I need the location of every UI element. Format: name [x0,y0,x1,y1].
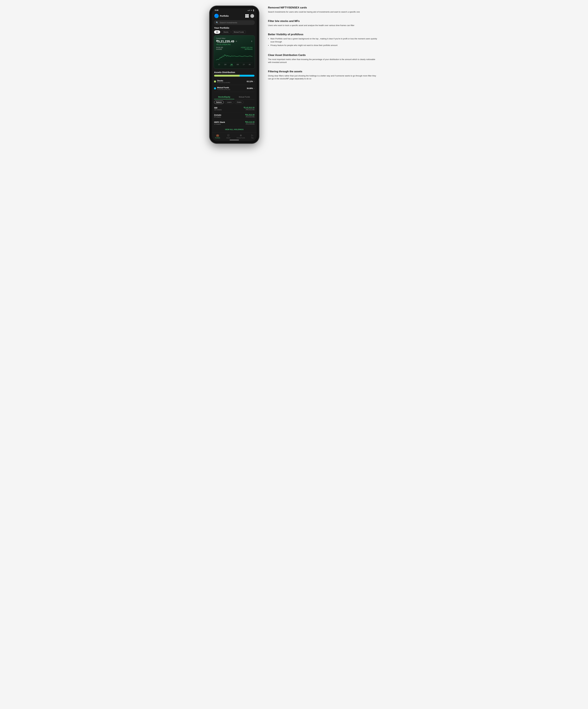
time-btn-1w[interactable]: 1W [223,63,227,66]
share-icon[interactable]: ⬆ [251,40,252,43]
portfolio-gain: +₹1,21,175(24.2%) [216,44,252,46]
stocks-pct: 63.12% [247,80,253,83]
app-header: Portfolio [212,12,257,19]
card-sub-row: ₹4,09,100 Invested +₹2287.11(3.1%) 1M Re… [216,47,252,50]
returns-label: 1M Returns [241,48,252,50]
time-btn-1d[interactable]: 1D [217,63,221,66]
mf-nav-label: Mutual Funds [237,137,245,139]
returns-value: +₹2287.11(3.1%) [241,47,252,48]
annotation-3-body: Main Portfolio card has a green backgrou… [268,37,378,48]
filter-tab-all[interactable]: All [214,30,220,34]
app-title: Portfolio [220,15,229,17]
holding-zomato-right: ₹31,512.33 (₹11,612.00) [245,114,255,117]
invested-section: ₹4,09,100 Invested [216,47,223,50]
zomato-name: Zomato [214,114,221,116]
zomato-shares: 20 shares [214,116,221,118]
card-value-row: ₹5,21,235.49 👁 ⬆ [216,40,252,43]
sbi-shares: 120 shares [214,109,221,111]
mf-sub: ₹2,30,254 (2,90,124) [217,89,230,90]
time-btn-1m[interactable]: 1M [230,63,233,66]
asset-item-mf: Mutual Funds ₹2,30,254 (2,90,124) 36.88%… [214,85,255,92]
filter-tab-mf[interactable]: Mutual Funds [232,30,246,34]
qr-icon[interactable] [245,14,249,18]
annotation-2: Filter b/w stocks and MFs Users who want… [268,20,378,27]
holding-zomato-left: Zomato 20 shares [214,114,221,118]
stocks-arrow-icon: › [254,80,255,83]
app-logo [214,14,219,18]
annotation-5: Filtering through the assets Giving clea… [268,70,378,80]
invested-label: Invested [216,48,223,50]
zomato-value: ₹31,512.33 [245,114,255,116]
stocks-sub: ₹2,91,124 (1,40,991) [217,82,230,83]
battery-icon: ▐ [253,9,254,11]
bar-mf [240,75,255,77]
holding-sbi: SBI 120 shares ₹1,41,512.33 (₹61,612.00) [212,105,257,112]
mf-info: Mutual Funds ₹2,30,254 (2,90,124) [217,86,230,90]
phone-screen: 3:44 ▲▼ ▾ ▐ Portfolio [212,8,257,141]
sbi-change: (₹61,612.00) [244,109,255,110]
asset-left-stocks: Stocks ₹2,91,124 (1,40,991) [214,80,230,83]
zomato-change: (₹11,612.00) [245,116,255,117]
invested-value: ₹4,09,100 [216,47,223,48]
pay-nav-icon: ▷ [251,134,253,137]
annotation-4-title: Clear Asset Distribution Cards [268,54,378,57]
nav-pay[interactable]: ▷ Pay [251,134,253,139]
search-placeholder: Search Investments [220,22,237,24]
portfolio-chart [216,52,252,61]
holding-hdfc-right: ₹23,112.33 (₹11,543.00) [245,121,255,125]
mf-arrow-icon: › [254,87,255,89]
avatar[interactable] [250,14,254,18]
phone-time: 3:44 [215,9,218,11]
time-btn-all[interactable]: All [248,63,251,66]
tab-mutual-funds[interactable]: Mutual Funds [234,95,255,99]
nav-underline [230,140,239,140]
gainer-tab-losers[interactable]: Losers [225,101,234,104]
gainer-tab-gainers[interactable]: Gainers [214,101,224,104]
annotation-4-body: The most important metric other than kno… [268,58,378,64]
status-bar: 3:44 ▲▼ ▾ ▐ [212,8,257,12]
nav-mf[interactable]: ⊕ Mutual Funds [237,134,245,139]
portfolio-nav-icon: 💼 [216,134,219,137]
filter-tab-stocks[interactable]: Stocks [221,30,231,34]
mf-dot [214,87,216,89]
mf-nav-icon: ⊕ [240,134,242,137]
gainer-tab-orders[interactable]: Orders [235,101,243,104]
asset-left-mf: Mutual Funds ₹2,30,254 (2,90,124) [214,86,230,90]
holding-zomato: Zomato 20 shares ₹31,512.33 (₹11,612.00) [212,112,257,120]
annotation-5-body: Giving clear filters rather than just sh… [268,74,378,80]
holding-hdfc: HDFC Bank 11 shares ₹23,112.33 (₹11,543.… [212,120,257,127]
assets-section-title: Assets Distribution [214,71,255,74]
search-bar[interactable]: 🔍 Search Investments [214,20,255,25]
annotations-panel: Removed NIFTY/SENSEX cards Search Invest… [268,6,378,86]
time-btn-6m[interactable]: 6M [236,63,239,66]
stocks-nav-icon: ☑ [227,134,230,137]
nav-portfolio[interactable]: 💼 Portfolio [215,134,220,139]
filter-tabs: All Stocks Mutual Funds [212,30,257,34]
page-wrapper: 3:44 ▲▼ ▾ ▐ Portfolio [210,6,378,143]
status-icons: ▲▼ ▾ ▐ [247,9,254,11]
hdfc-name: HDFC Bank [214,121,225,123]
signal-icon: ▲▼ [247,9,250,11]
time-btn-1y[interactable]: 1Y [242,63,245,66]
eye-icon[interactable]: 👁 [236,40,237,43]
hdfc-change: (₹11,543.00) [245,123,255,125]
annotation-1-body: Search Investments for users who could b… [268,10,378,14]
phone-frame: 3:44 ▲▼ ▾ ▐ Portfolio [210,6,259,143]
assets-bar [214,75,255,77]
mf-pct: 36.88% [247,87,253,89]
stocks-name: Stocks [217,80,230,82]
mf-right[interactable]: 36.88% › [247,87,255,89]
nav-stocks[interactable]: ☑ Stocks [226,134,231,139]
annotation-1: Removed NIFTY/SENSEX cards Search Invest… [268,6,378,14]
view-all-button[interactable]: VIEW ALL HOLDINGS [212,127,257,132]
pay-nav-label: Pay [251,137,253,139]
stocks-right[interactable]: 63.12% › [247,80,255,83]
asset-tabs: Stocks/Equity Mutual Funds [214,95,255,99]
tab-stocks-equity[interactable]: Stocks/Equity [214,95,234,99]
annotation-2-title: Filter b/w stocks and MFs [268,20,378,23]
header-icons [245,14,254,18]
app-logo-area: Portfolio [214,14,229,18]
annotation-3: Better Visibility of profit/loss Main Po… [268,33,378,48]
mf-name: Mutual Funds [217,86,230,89]
bar-stocks [214,75,240,77]
